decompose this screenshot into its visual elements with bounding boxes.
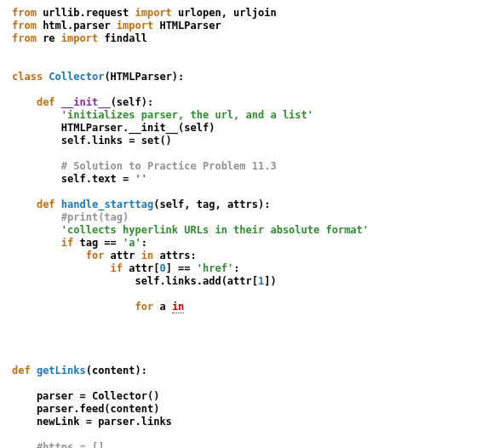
code-line: if attr[0] == 'href': xyxy=(12,262,487,275)
text-token: HTMLParser.__init__(self) xyxy=(12,122,215,134)
text-token xyxy=(12,224,61,236)
code-line xyxy=(12,45,487,58)
code-line xyxy=(12,186,487,198)
text-token: re xyxy=(37,32,61,44)
text-token: parser.feed(content) xyxy=(12,403,159,415)
comment-token: #print(tag) xyxy=(61,211,129,223)
code-line xyxy=(12,352,487,365)
code-line: # Solution to Practice Problem 11.3 xyxy=(12,160,487,173)
text-token: : xyxy=(141,237,147,249)
text-token: self.links = set() xyxy=(12,135,172,146)
text-token xyxy=(55,96,61,108)
text-token: ] == xyxy=(166,262,197,274)
funcname-token: getLinks xyxy=(37,365,86,376)
code-line: #print(tag) xyxy=(12,211,487,224)
string-token: 'collects hyperlink URLs in their absolu… xyxy=(61,224,369,236)
code-line: self.text = '' xyxy=(12,173,487,186)
text-token: attr[ xyxy=(123,262,159,274)
text-token: attr xyxy=(104,250,141,261)
text-token: html.parser xyxy=(37,20,117,32)
text-token: self.text = xyxy=(12,173,135,185)
string-token: 'href' xyxy=(197,262,233,274)
code-line: for a in xyxy=(12,301,487,313)
text-token xyxy=(12,237,61,249)
keyword-token: from xyxy=(12,7,37,19)
code-line xyxy=(12,326,487,339)
code-line: self.links = set() xyxy=(12,135,487,147)
classname-token: Collector xyxy=(49,71,104,83)
keyword-token: if xyxy=(61,237,73,249)
text-token xyxy=(12,211,61,223)
code-line: 'collects hyperlink URLs in their absolu… xyxy=(12,224,487,237)
text-token xyxy=(12,441,37,448)
code-line: if tag == 'a': xyxy=(12,237,487,250)
keyword-token: def xyxy=(12,365,31,376)
code-line: newLink = parser.links xyxy=(12,416,487,428)
keyword-token: in xyxy=(141,250,153,261)
keyword-token: def xyxy=(37,96,55,108)
code-editor[interactable]: from urllib.request import urlopen, urlj… xyxy=(0,0,499,448)
text-token: urlopen, urljoin xyxy=(172,7,277,19)
text-token: findall xyxy=(98,32,147,44)
code-line: parser.feed(content) xyxy=(12,403,487,416)
keyword-token: from xyxy=(12,20,37,32)
text-token: ]) xyxy=(264,275,276,287)
code-line: parser = Collector() xyxy=(12,390,487,403)
code-line: for attr in attrs: xyxy=(12,250,487,262)
text-token: HTMLParser xyxy=(153,20,221,32)
code-line: from html.parser import HTMLParser xyxy=(12,20,487,32)
text-token xyxy=(12,109,61,121)
text-token: (content): xyxy=(86,365,147,376)
string-token: 'initializes parser, the url, and a list… xyxy=(61,109,313,121)
text-token: a xyxy=(153,301,172,313)
error-token: in xyxy=(172,301,184,313)
text-token xyxy=(12,250,86,261)
string-token: '' xyxy=(135,173,147,185)
keyword-token: def xyxy=(37,198,55,210)
keyword-token: for xyxy=(135,301,154,313)
code-line: def __init__(self): xyxy=(12,96,487,109)
text-token xyxy=(12,301,135,313)
text-token xyxy=(55,198,61,210)
code-line: from urllib.request import urlopen, urlj… xyxy=(12,7,487,20)
code-line xyxy=(12,313,487,326)
code-line: class Collector(HTMLParser): xyxy=(12,71,487,83)
text-token xyxy=(12,160,61,172)
comment-token: #https = [] xyxy=(37,441,104,448)
keyword-token: from xyxy=(12,32,37,44)
text-token: parser = Collector() xyxy=(12,390,159,402)
funcname-token: handle_starttag xyxy=(61,198,153,210)
number-token: 0 xyxy=(159,262,165,274)
code-line: HTMLParser.__init__(self) xyxy=(12,122,487,135)
text-token: attrs: xyxy=(153,250,197,261)
text-token: tag == xyxy=(73,237,123,249)
text-token: (self): xyxy=(111,96,154,108)
code-line xyxy=(12,147,487,160)
code-line xyxy=(12,58,487,71)
code-line: def handle_starttag(self, tag, attrs): xyxy=(12,198,487,211)
text-token: : xyxy=(233,262,239,274)
comment-token: # Solution to Practice Problem 11.3 xyxy=(61,160,277,172)
keyword-token: if xyxy=(111,262,123,274)
text-token xyxy=(12,262,111,274)
text-token: urllib.request xyxy=(37,7,135,19)
string-token: 'a' xyxy=(123,237,141,249)
text-token: self.links.add(attr[ xyxy=(12,275,258,287)
code-line: def getLinks(content): xyxy=(12,365,487,377)
text-token: (self, tag, attrs): xyxy=(153,198,270,210)
code-line: self.links.add(attr[1]) xyxy=(12,275,487,288)
dunder-token: __init__ xyxy=(61,96,111,108)
keyword-token: import xyxy=(135,7,172,19)
code-line: #https = [] xyxy=(12,441,487,448)
keyword-token: import xyxy=(117,20,153,32)
code-line xyxy=(12,377,487,390)
code-line: 'initializes parser, the url, and a list… xyxy=(12,109,487,122)
text-token xyxy=(31,365,37,376)
text-token: (HTMLParser): xyxy=(104,71,184,83)
code-line xyxy=(12,428,487,441)
text-token: newLink = parser.links xyxy=(12,416,172,428)
code-line: from re import findall xyxy=(12,32,487,45)
text-token xyxy=(12,198,37,210)
code-line xyxy=(12,83,487,96)
code-line xyxy=(12,288,487,301)
